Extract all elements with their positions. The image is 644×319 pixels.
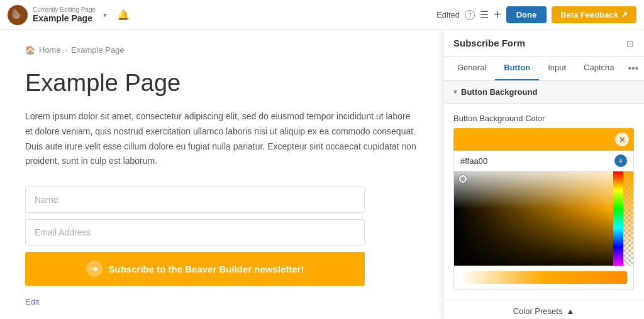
currently-editing-label: Currently Editing Page	[33, 6, 96, 13]
page-name-label: Example Page	[33, 13, 96, 23]
color-gradient-overlay	[454, 171, 613, 266]
topbar-right: Edited ? ☰ + Done Beta Feedback ↗	[436, 6, 636, 23]
button-background-section-header[interactable]: ▾ Button Background	[443, 81, 644, 104]
beta-label: Beta Feedback	[560, 10, 618, 19]
breadcrumb-separator: ›	[65, 45, 67, 55]
tab-input[interactable]: Input	[539, 57, 575, 80]
external-link-icon: ↗	[621, 10, 628, 19]
arrow-icon: ➜	[86, 261, 103, 277]
page-dropdown-icon[interactable]: ▾	[103, 11, 107, 19]
breadcrumb-current: Example Page	[71, 45, 125, 55]
subscribe-label: Subscribe to the Beaver Builder newslett…	[109, 264, 304, 274]
logo-icon: 🦫	[8, 5, 28, 25]
color-preset-bar[interactable]	[460, 271, 627, 284]
color-preset-bar-wrap	[453, 266, 634, 289]
add-icon[interactable]: +	[494, 8, 501, 22]
color-hex-row: +	[453, 151, 634, 171]
panel-collapse-icon[interactable]: ⊡	[626, 38, 634, 48]
panel-header: Subscribe Form ⊡	[443, 30, 644, 57]
color-presets-footer[interactable]: Color Presets ▲	[443, 300, 644, 319]
topbar-left: 🦫 Currently Editing Page Example Page ▾ …	[8, 5, 436, 25]
color-close-button[interactable]: ✕	[615, 132, 629, 146]
tab-button[interactable]: Button	[495, 57, 539, 80]
color-hue-bar[interactable]	[613, 171, 623, 266]
page-content: 🏠 Home › Example Page Example Page Lorem…	[0, 30, 443, 319]
main-area: 🏠 Home › Example Page Example Page Lorem…	[0, 30, 644, 319]
tab-general[interactable]: General	[448, 57, 495, 80]
page-title: Example Page	[25, 70, 418, 97]
color-label: Button Background Color	[453, 114, 634, 123]
topbar: 🦫 Currently Editing Page Example Page ▾ …	[0, 0, 644, 30]
home-icon: 🏠	[25, 45, 35, 55]
notification-bell-icon[interactable]: 🔔	[117, 9, 130, 21]
section-chevron-icon: ▾	[453, 88, 457, 96]
name-field[interactable]: Name	[25, 187, 365, 213]
edited-label: Edited	[436, 10, 460, 19]
panel-tabs: General Button Input Captcha •••	[443, 57, 644, 81]
beta-feedback-button[interactable]: Beta Feedback ↗	[552, 6, 636, 23]
email-placeholder: Email Address	[35, 227, 91, 237]
panel-body: ▾ Button Background Button Background Co…	[443, 81, 644, 319]
edited-info-icon[interactable]: ?	[465, 10, 475, 20]
color-preview-bar[interactable]: ✕	[453, 128, 634, 151]
subscribe-button[interactable]: ➜ Subscribe to the Beaver Builder newsle…	[25, 252, 365, 286]
color-alpha-bar[interactable]	[623, 171, 633, 266]
section-label: Button Background	[461, 87, 537, 97]
page-body-text: Lorem ipsum dolor sit amet, consectetur …	[25, 109, 418, 169]
breadcrumb: 🏠 Home › Example Page	[25, 45, 418, 55]
color-gradient-wrapper	[453, 171, 634, 266]
color-add-icon[interactable]: +	[614, 154, 627, 167]
panel-title: Subscribe Form	[453, 38, 525, 48]
panel-drag-handle[interactable]	[443, 30, 447, 319]
color-gradient-canvas[interactable]	[454, 171, 613, 266]
color-presets-label: Color Presets	[513, 306, 563, 316]
color-section: Button Background Color ✕ +	[443, 104, 644, 300]
email-field[interactable]: Email Address	[25, 219, 365, 246]
tab-more-icon[interactable]: •••	[623, 57, 643, 80]
tab-captcha[interactable]: Captcha	[575, 57, 623, 80]
edit-link[interactable]: Edit	[25, 297, 39, 306]
topbar-title-group: Currently Editing Page Example Page	[33, 6, 96, 23]
name-placeholder: Name	[35, 195, 58, 205]
color-hex-input[interactable]	[460, 156, 609, 166]
list-icon[interactable]: ☰	[480, 9, 489, 21]
breadcrumb-home-link[interactable]: Home	[39, 45, 61, 55]
color-presets-chevron-icon: ▲	[566, 306, 574, 316]
done-button[interactable]: Done	[506, 6, 547, 23]
right-panel: Subscribe Form ⊡ General Button Input Ca…	[443, 30, 644, 319]
